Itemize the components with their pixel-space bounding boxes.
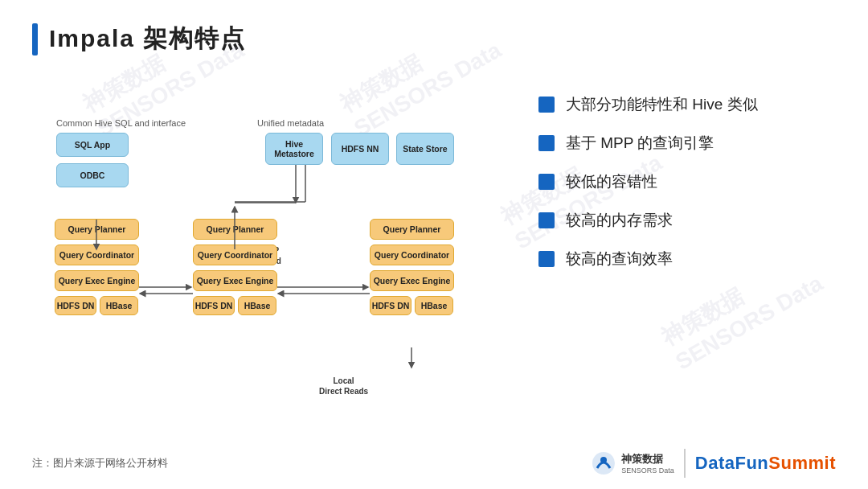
node-sql-app: SQL App bbox=[56, 133, 129, 157]
text-area: 大部分功能特性和 Hive 类似 基于 MPP 的查询引擎 较低的容错性 较高的… bbox=[506, 70, 836, 456]
node-qc3: Query Coordinator bbox=[370, 244, 454, 265]
feature-label-4: 较高的内存需求 bbox=[566, 210, 673, 231]
node-qp1: Query Planner bbox=[55, 219, 139, 240]
feature-item-2: 基于 MPP 的查询引擎 bbox=[538, 133, 836, 154]
feature-label-2: 基于 MPP 的查询引擎 bbox=[566, 133, 714, 154]
feature-label-3: 较低的容错性 bbox=[566, 171, 657, 192]
diagram-area: Common Hive SQL and interface Unified me… bbox=[32, 70, 506, 456]
label-local: LocalDirect Reads bbox=[319, 376, 368, 397]
label-left: Common Hive SQL and interface bbox=[56, 118, 186, 128]
node-qe3: Query Exec Engine bbox=[370, 270, 454, 291]
bullet-2 bbox=[538, 135, 555, 151]
bullet-3 bbox=[538, 174, 555, 190]
feature-label-5: 较高的查询效率 bbox=[566, 249, 673, 269]
label-right: Unified metadata bbox=[257, 118, 324, 128]
node-qp2: Query Planner bbox=[193, 219, 277, 240]
brand-sub-cn: SENSORS Data bbox=[621, 466, 674, 475]
node-hdfs-dn2: HDFS DN bbox=[193, 296, 235, 315]
node-hive-metastore: Hive Metastore bbox=[265, 133, 323, 165]
bullet-1 bbox=[538, 97, 555, 113]
feature-item-1: 大部分功能特性和 Hive 类似 bbox=[538, 94, 836, 115]
svg-point-13 bbox=[600, 457, 607, 463]
footer-note: 注：图片来源于网络公开材料 bbox=[32, 456, 168, 471]
title-bar: Impala 架构特点 bbox=[32, 23, 836, 55]
node-state-store: State Store bbox=[396, 133, 454, 165]
node-hdfs-dn1: HDFS DN bbox=[55, 296, 96, 315]
node-qc1: Query Coordinator bbox=[55, 244, 139, 265]
node-hbase3: HBase bbox=[415, 296, 453, 315]
title-accent bbox=[32, 23, 38, 55]
node-qp3: Query Planner bbox=[370, 219, 454, 240]
feature-item-5: 较高的查询效率 bbox=[538, 249, 836, 269]
node-odbc: ODBC bbox=[56, 163, 129, 187]
content-area: Common Hive SQL and interface Unified me… bbox=[32, 70, 836, 456]
feature-label-1: 大部分功能特性和 Hive 类似 bbox=[566, 94, 758, 115]
node-qe2: Query Exec Engine bbox=[193, 270, 277, 291]
page-title: Impala 架构特点 bbox=[49, 23, 246, 55]
node-qc2: Query Coordinator bbox=[193, 244, 277, 265]
node-hbase2: HBase bbox=[238, 296, 276, 315]
node-hdfs-nn: HDFS NN bbox=[331, 133, 389, 165]
feature-item-4: 较高的内存需求 bbox=[538, 210, 836, 231]
node-hdfs-dn3: HDFS DN bbox=[370, 296, 411, 315]
bullet-4 bbox=[538, 212, 555, 228]
bullet-5 bbox=[538, 251, 555, 267]
node-hbase1: HBase bbox=[100, 296, 138, 315]
feature-item-3: 较低的容错性 bbox=[538, 171, 836, 192]
node-qe1: Query Exec Engine bbox=[55, 270, 139, 291]
page-container: 神策数据SENSORS Data 神策数据SENSORS Data 神策数据SE… bbox=[0, 0, 868, 489]
